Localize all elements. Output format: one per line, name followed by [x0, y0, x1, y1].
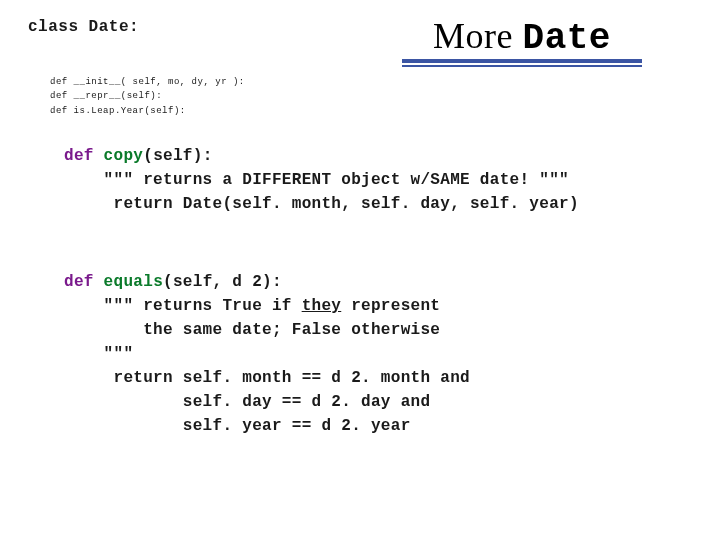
underline-bar-thin	[402, 65, 642, 67]
class-declaration: class Date:	[28, 18, 139, 36]
copy-params: (self):	[143, 147, 212, 165]
title-underline	[402, 59, 642, 67]
equals-doc-they: they	[302, 297, 342, 315]
block-gap	[28, 216, 692, 270]
slide-title: More Date	[402, 18, 642, 57]
title-plain: More	[433, 16, 522, 56]
equals-return-3: self. year == d 2. year	[64, 417, 411, 435]
small-def-repr: def __repr__(self):	[50, 89, 692, 103]
title-mono: Date	[523, 18, 611, 59]
slide: class Date: More Date def __init__( self…	[0, 0, 720, 540]
def-keyword: def	[64, 147, 94, 165]
copy-docstring: """ returns a DIFFERENT object w/SAME da…	[64, 171, 569, 189]
equals-params: (self, d 2):	[163, 273, 282, 291]
equals-method: def equals(self, d 2): """ returns True …	[64, 270, 692, 438]
small-def-isleapyear: def is.Leap.Year(self):	[50, 104, 692, 118]
title-block: More Date	[402, 18, 692, 67]
copy-method: def copy(self): """ returns a DIFFERENT …	[64, 144, 692, 216]
equals-doc-line3: """	[64, 345, 133, 363]
equals-name: equals	[94, 273, 163, 291]
equals-doc-line2: the same date; False otherwise	[64, 321, 440, 339]
class-line-text: class Date:	[28, 18, 139, 36]
copy-name: copy	[94, 147, 144, 165]
equals-doc-1a: """ returns True if	[64, 297, 302, 315]
header-row: class Date: More Date	[28, 18, 692, 67]
equals-doc-line1: """ returns True if they represent	[64, 297, 440, 315]
collapsed-method-defs: def __init__( self, mo, dy, yr ): def __…	[50, 75, 692, 118]
equals-doc-1c: represent	[341, 297, 440, 315]
equals-return-1: return self. month == d 2. month and	[64, 369, 470, 387]
def-keyword: def	[64, 273, 94, 291]
underline-bar-thick	[402, 59, 642, 63]
small-def-init: def __init__( self, mo, dy, yr ):	[50, 75, 692, 89]
copy-return: return Date(self. month, self. day, self…	[64, 195, 579, 213]
equals-return-2: self. day == d 2. day and	[64, 393, 430, 411]
